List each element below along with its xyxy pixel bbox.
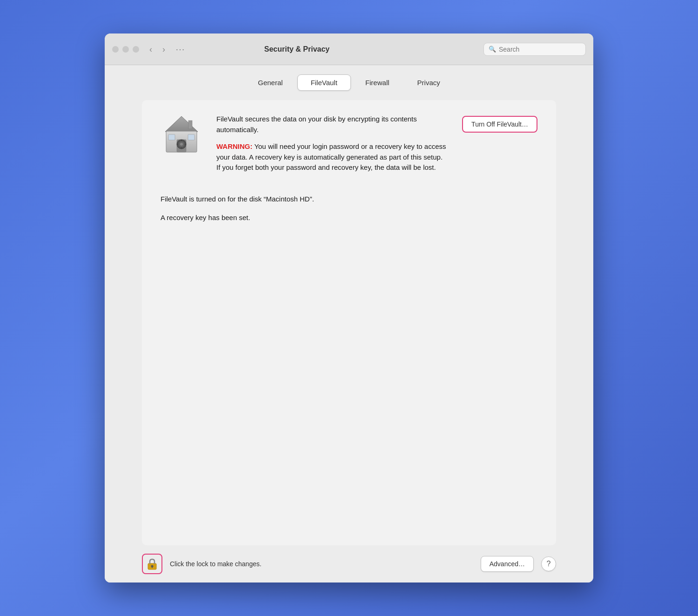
filevault-top-section: FileVault secures the data on your disk … <box>161 114 537 180</box>
search-icon: 🔍 <box>489 46 496 53</box>
help-button[interactable]: ? <box>541 556 556 571</box>
filevault-house-icon <box>161 114 202 156</box>
tab-bar: General FileVault Firewall Privacy <box>105 74 593 91</box>
traffic-lights <box>112 46 139 53</box>
filevault-panel: FileVault secures the data on your disk … <box>142 100 556 545</box>
svg-rect-1 <box>188 121 192 129</box>
lock-button[interactable] <box>142 554 162 574</box>
svg-rect-11 <box>168 134 175 140</box>
filevault-description: FileVault secures the data on your disk … <box>216 114 448 180</box>
forward-button[interactable]: › <box>161 44 167 54</box>
advanced-button[interactable]: Advanced… <box>481 556 534 572</box>
lock-icon <box>146 557 159 570</box>
back-button[interactable]: ‹ <box>148 44 154 54</box>
search-input[interactable] <box>499 46 581 53</box>
warning-label: WARNING: <box>216 142 253 150</box>
svg-point-6 <box>180 143 183 146</box>
tab-firewall[interactable]: Firewall <box>352 74 403 91</box>
window-title: Security & Privacy <box>191 45 403 54</box>
grid-icon: ⋯ <box>175 44 185 55</box>
content-area: General FileVault Firewall Privacy <box>105 65 593 545</box>
svg-rect-12 <box>188 134 195 140</box>
filevault-desc-text: FileVault secures the data on your disk … <box>216 114 448 135</box>
tab-filevault[interactable]: FileVault <box>297 74 351 91</box>
svg-marker-0 <box>165 116 198 132</box>
turn-off-filevault-button[interactable]: Turn Off FileVault… <box>462 116 537 133</box>
filevault-status-disk: FileVault is turned on for the disk “Mac… <box>161 194 537 205</box>
filevault-status-recovery: A recovery key has been set. <box>161 212 537 223</box>
lock-label: Click the lock to make changes. <box>170 560 473 568</box>
close-button[interactable] <box>112 46 119 53</box>
titlebar: ‹ › ⋯ Security & Privacy 🔍 <box>105 33 593 65</box>
zoom-button[interactable] <box>133 46 139 53</box>
tab-privacy[interactable]: Privacy <box>404 74 454 91</box>
warning-text: WARNING: You will need your login passwo… <box>216 141 448 173</box>
minimize-button[interactable] <box>122 46 129 53</box>
main-window: ‹ › ⋯ Security & Privacy 🔍 General FileV… <box>105 33 593 583</box>
tab-general[interactable]: General <box>244 74 296 91</box>
search-bar[interactable]: 🔍 <box>483 43 586 56</box>
bottom-bar: Click the lock to make changes. Advanced… <box>105 545 593 583</box>
